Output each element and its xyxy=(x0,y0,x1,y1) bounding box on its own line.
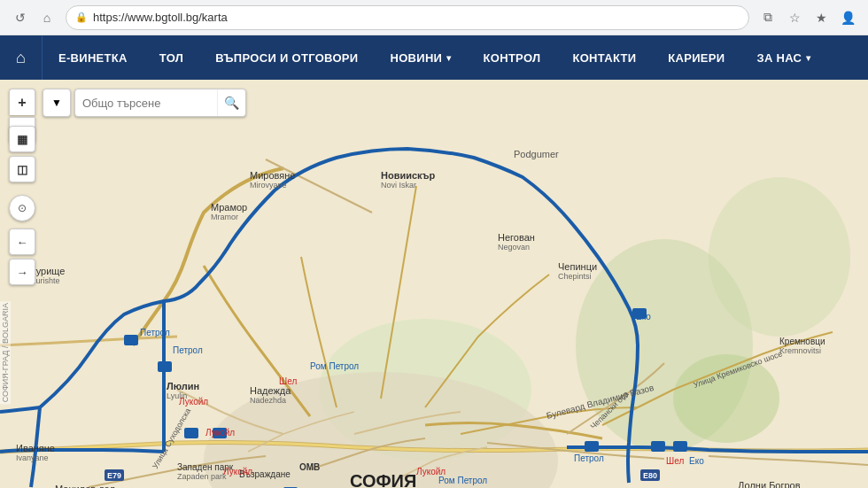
nav-control[interactable]: КОНТРОЛ xyxy=(468,35,557,80)
browser-controls: ↺ ⌂ xyxy=(11,8,57,27)
map-svg: 189 18 E79 E80 xyxy=(0,80,868,488)
lock-icon: 🔒 xyxy=(75,12,88,23)
search-bar: ▼ 🔍 xyxy=(43,89,246,117)
url-text: https://www.bgtoll.bg/karta xyxy=(93,11,228,24)
svg-rect-12 xyxy=(651,441,665,452)
stack-button[interactable]: ◫ xyxy=(9,156,35,182)
zoom-in-button[interactable]: + xyxy=(9,89,35,115)
nav-evinetka[interactable]: Е-ВИНЕТКА xyxy=(43,35,143,80)
nav-contacts[interactable]: КОНТАКТИ xyxy=(556,35,652,80)
search-input-wrap: 🔍 xyxy=(74,89,246,117)
svg-rect-7 xyxy=(158,361,172,372)
compass-icon: ⊙ xyxy=(18,202,27,214)
navbar: ⌂ Е-ВИНЕТКА ТОЛ ВЪПРОСИ И ОТГОВОРИ НОВИН… xyxy=(0,35,868,80)
layers-button[interactable]: ▦ xyxy=(9,126,35,152)
svg-point-3 xyxy=(709,177,850,337)
news-dropdown-arrow: ▾ xyxy=(446,53,451,63)
menu-button[interactable]: 👤 xyxy=(838,8,857,27)
search-submit-button[interactable]: 🔍 xyxy=(217,89,245,116)
nav-home-button[interactable]: ⌂ xyxy=(0,35,43,80)
svg-rect-14 xyxy=(632,308,647,319)
nav-news[interactable]: НОВИНИ ▾ xyxy=(374,35,467,80)
nav-about[interactable]: ЗА НАС ▾ xyxy=(740,35,826,80)
browser-chrome: ↺ ⌂ 🔒 https://www.bgtoll.bg/karta ⧉ ☆ ★ … xyxy=(0,0,868,35)
filter-icon: ▼ xyxy=(51,97,62,109)
svg-rect-8 xyxy=(184,428,198,438)
nav-faq[interactable]: ВЪПРОСИ И ОТГОВОРИ xyxy=(199,35,374,80)
pan-left-button[interactable]: ← xyxy=(9,229,35,255)
svg-rect-11 xyxy=(585,441,599,452)
address-bar[interactable]: 🔒 https://www.bgtoll.bg/karta xyxy=(66,5,749,30)
tab-view-button[interactable]: ⧉ xyxy=(758,8,778,27)
svg-rect-13 xyxy=(673,441,687,452)
svg-text:E79: E79 xyxy=(107,471,121,480)
map-container[interactable]: 189 18 E79 E80 + − ▦ ◫ ⊙ ← → ▼ 🔍 xyxy=(0,80,868,488)
back-button[interactable]: ↺ xyxy=(11,8,30,27)
svg-text:E80: E80 xyxy=(643,471,657,480)
search-input[interactable] xyxy=(75,97,217,110)
nav-careers[interactable]: КАРИЕРИ xyxy=(652,35,740,80)
svg-rect-6 xyxy=(124,335,138,345)
filter-button[interactable]: ▼ xyxy=(43,89,71,117)
svg-rect-9 xyxy=(213,428,227,438)
browser-actions: ⧉ ☆ ★ 👤 xyxy=(758,8,857,27)
compass-button[interactable]: ⊙ xyxy=(9,195,35,221)
extensions-button[interactable]: ★ xyxy=(811,8,831,27)
home-button[interactable]: ⌂ xyxy=(37,8,57,27)
bookmark-button[interactable]: ☆ xyxy=(785,8,804,27)
about-dropdown-arrow: ▾ xyxy=(806,53,810,63)
sofia-vertical-label: СОФИЯ-ГРАД / BOLGARIA xyxy=(0,301,11,404)
nav-tol[interactable]: ТОЛ xyxy=(143,35,199,80)
pan-right-button[interactable]: → xyxy=(9,259,35,285)
search-icon: 🔍 xyxy=(224,96,239,110)
